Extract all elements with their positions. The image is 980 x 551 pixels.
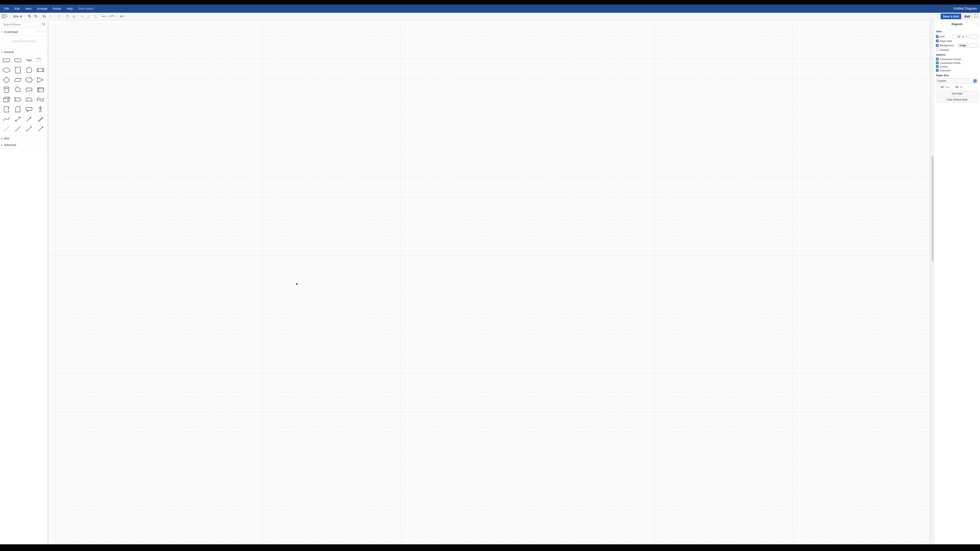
zoom-value: 50%	[13, 15, 19, 18]
paper-width-input[interactable]	[936, 85, 945, 89]
waypoints-dropdown[interactable]: ▼	[108, 15, 116, 18]
shape-actor[interactable]	[36, 106, 45, 113]
pageview-label: Page View	[940, 40, 978, 43]
redo-button[interactable]	[48, 13, 54, 19]
shape-line[interactable]	[14, 125, 22, 132]
connection-points-checkbox[interactable]	[936, 62, 939, 64]
scratchpad-dropzone[interactable]: Drag elements here	[2, 36, 46, 46]
exit-button[interactable]: Exit	[963, 14, 972, 19]
scratchpad-header[interactable]: Scratchpad ? + ✎ ×	[0, 29, 48, 35]
shape-note[interactable]	[2, 106, 11, 113]
svg-rect-27	[14, 59, 21, 62]
paper-size-title: Paper Size	[936, 74, 978, 77]
autosave-checkbox[interactable]	[936, 69, 939, 72]
grid-size-input[interactable]	[952, 35, 961, 39]
shape-textbox[interactable]: Heading──────────────────────	[36, 57, 45, 64]
line-color-button[interactable]	[86, 13, 91, 19]
save-exit-button[interactable]: Save & Exit	[940, 14, 961, 19]
shape-directional-connector[interactable]	[36, 125, 45, 132]
grid-color-swatch[interactable]	[969, 35, 978, 38]
shape-process[interactable]	[36, 67, 45, 74]
menu-edit[interactable]: Edit	[12, 7, 22, 10]
scratchpad-add-icon[interactable]: +	[39, 30, 41, 33]
vertical-scrollbar[interactable]	[931, 20, 934, 545]
zoom-in-button[interactable]	[27, 13, 33, 19]
shape-arrow[interactable]	[25, 116, 33, 122]
scratchpad-edit-icon[interactable]: ✎	[42, 30, 44, 33]
shape-cylinder[interactable]	[2, 86, 11, 93]
sidebar-toggle-button[interactable]: ▼	[1, 14, 9, 18]
connection-arrows-checkbox[interactable]	[936, 58, 939, 60]
zoom-out-button[interactable]	[33, 13, 39, 19]
connection-dropdown[interactable]: ▼	[100, 15, 108, 17]
shape-triangle[interactable]	[36, 76, 45, 83]
general-header[interactable]: General	[0, 49, 48, 55]
shape-callout[interactable]	[25, 106, 33, 113]
shape-dashed-line[interactable]	[2, 125, 11, 132]
shadow-button[interactable]	[92, 13, 98, 19]
shape-document[interactable]	[25, 86, 33, 93]
svg-rect-26	[3, 59, 10, 62]
shape-link[interactable]	[36, 116, 45, 122]
edit-data-button[interactable]: Edit Data	[936, 91, 978, 96]
canvas-grid	[48, 20, 934, 545]
fill-color-button[interactable]	[79, 13, 85, 19]
background-color-swatch[interactable]	[969, 43, 978, 48]
shape-trapezoid[interactable]	[25, 96, 33, 103]
shape-ellipse[interactable]	[2, 67, 11, 74]
to-back-button[interactable]	[71, 13, 76, 19]
shape-cloud[interactable]	[14, 86, 22, 93]
shape-text[interactable]: Text	[25, 57, 33, 64]
background-image-button[interactable]: Image	[958, 43, 968, 48]
svg-line-25	[44, 25, 45, 25]
search-shapes-input[interactable]	[2, 22, 41, 27]
misc-header[interactable]: Misc	[0, 135, 48, 141]
paper-size-select[interactable]: Custom ⇅	[936, 78, 978, 83]
shape-circle[interactable]	[25, 67, 33, 74]
svg-line-46	[4, 126, 9, 132]
shape-parallelogram[interactable]	[14, 76, 22, 83]
zoom-dropdown[interactable]: 50% ▼	[11, 15, 24, 18]
undo-button[interactable]	[41, 13, 47, 19]
shape-curve[interactable]	[2, 116, 11, 122]
document-title[interactable]: Untitled Diagram	[953, 7, 978, 10]
scrollbar-thumb[interactable]	[932, 156, 933, 261]
menu-view[interactable]: View	[22, 7, 34, 10]
close-panel-button[interactable]: ×	[977, 22, 978, 25]
shape-internal-storage[interactable]	[36, 86, 45, 93]
advanced-header[interactable]: Advanced	[0, 142, 48, 148]
fullscreen-button[interactable]	[973, 13, 979, 19]
shape-hexagon[interactable]	[25, 76, 33, 83]
shape-square[interactable]	[14, 67, 22, 74]
menu-arrange[interactable]: Arrange	[34, 7, 50, 10]
canvas[interactable]: ➤	[48, 20, 934, 545]
menu-extras[interactable]: Extras	[50, 7, 64, 10]
menu-file[interactable]: File	[2, 7, 12, 10]
shape-rounded-rectangle[interactable]	[14, 57, 22, 64]
paper-height-input[interactable]	[951, 85, 959, 89]
guides-checkbox[interactable]	[936, 65, 939, 68]
scratchpad-close-icon[interactable]: ×	[45, 30, 46, 33]
shape-cube[interactable]	[2, 96, 11, 103]
search-button[interactable]	[41, 22, 46, 27]
insert-dropdown[interactable]: ▼	[119, 15, 126, 18]
menubar: File Edit View Arrange Extras Help Draft…	[0, 5, 980, 13]
pageview-checkbox[interactable]	[936, 40, 939, 42]
shape-bidirectional-arrow[interactable]	[14, 116, 22, 122]
grid-checkbox[interactable]	[936, 35, 939, 38]
shape-tape[interactable]	[36, 96, 45, 103]
scratchpad-help-icon[interactable]: ?	[37, 30, 38, 33]
delete-button[interactable]	[56, 13, 62, 19]
background-checkbox[interactable]	[936, 44, 939, 47]
to-front-button[interactable]	[65, 13, 70, 19]
clear-default-style-button[interactable]: Clear Default Style	[936, 97, 978, 102]
shape-card[interactable]	[14, 106, 22, 113]
shape-step[interactable]	[14, 96, 22, 103]
shape-bidirectional-connector[interactable]	[25, 125, 33, 132]
shape-diamond[interactable]	[2, 76, 11, 83]
grid-stepper[interactable]: ▲▼	[965, 35, 968, 38]
menu-help[interactable]: Help	[64, 7, 75, 10]
shape-rectangle[interactable]	[2, 57, 11, 64]
page-margin-right	[930, 20, 931, 545]
shadow-checkbox[interactable]	[936, 48, 939, 51]
